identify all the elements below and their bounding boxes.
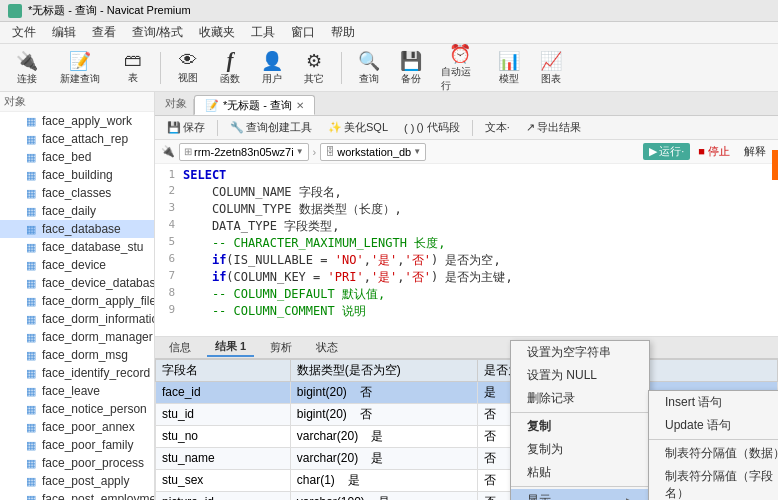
ctx-sep-2 — [511, 486, 649, 487]
menu-edit[interactable]: 编辑 — [44, 22, 84, 43]
new-query-icon: 📝 — [68, 50, 92, 72]
sub-insert-stmt[interactable]: Insert 语句 — [649, 391, 778, 414]
code-line-3: 3 COLUMN_TYPE 数据类型（长度）, — [155, 201, 778, 218]
new-query-button[interactable]: 📝 新建查询 — [50, 48, 110, 88]
save-button[interactable]: 💾 保存 — [161, 119, 211, 136]
sidebar-item-face-apply-work[interactable]: ▦ face_apply_work — [0, 112, 154, 130]
menu-query[interactable]: 查询/格式 — [124, 22, 191, 43]
function-button[interactable]: f 函数 — [211, 48, 249, 88]
result-tab-info[interactable]: 信息 — [161, 339, 199, 356]
view-icon: 👁 — [176, 50, 200, 71]
ctx-copy-as[interactable]: 复制为 — [511, 438, 649, 461]
query-tab[interactable]: 📝 *无标题 - 查询 ✕ — [194, 95, 315, 115]
connect-button[interactable]: 🔌 连接 — [8, 48, 46, 88]
view-button[interactable]: 👁 视图 — [169, 48, 207, 88]
database-name: workstation_db — [337, 146, 411, 158]
code-line-1: 1 SELECT — [155, 168, 778, 184]
backup-button[interactable]: 💾 备份 — [392, 48, 430, 88]
sidebar-item-face-device[interactable]: ▦ face_device — [0, 256, 154, 274]
ctx-delete-record[interactable]: 删除记录 — [511, 387, 649, 410]
cell-field: stu_no — [156, 425, 291, 447]
sidebar-item-face-attach-rep[interactable]: ▦ face_attach_rep — [0, 130, 154, 148]
result-tab-status[interactable]: 状态 — [308, 339, 346, 356]
table-button[interactable]: 🗃 表 — [114, 48, 152, 88]
autorun-button[interactable]: ⏰ 自动运行 — [434, 48, 486, 88]
sidebar-item-face-dorm-information[interactable]: ▦ face_dorm_information — [0, 310, 154, 328]
sidebar-item-face-building[interactable]: ▦ face_building — [0, 166, 154, 184]
query-toolbar: 💾 保存 🔧 查询创建工具 ✨ 美化SQL ( ) () 代码段 文本· ↗ — [155, 116, 778, 140]
explain-button[interactable]: 解释 — [738, 143, 772, 160]
sidebar-item-face-daily[interactable]: ▦ face_daily — [0, 202, 154, 220]
beautify-button[interactable]: ✨ 美化SQL — [322, 119, 394, 136]
result-tabs-bar: 信息 结果 1 剪析 状态 — [155, 337, 778, 359]
table-small-icon: ▦ — [24, 402, 38, 416]
run-button[interactable]: ▶ 运行· — [643, 143, 690, 160]
sidebar-item-face-poor-process[interactable]: ▦ face_poor_process — [0, 454, 154, 472]
cell-field: stu_id — [156, 403, 291, 425]
sidebar-item-face-post-employment[interactable]: ▦ face_post_employment — [0, 490, 154, 500]
sub-menu: Insert 语句 Update 语句 制表符分隔值（数据） 制表符分隔值（字段… — [648, 390, 778, 500]
menu-file[interactable]: 文件 — [4, 22, 44, 43]
cell-type: bigint(20) 否 — [290, 381, 477, 403]
sidebar-item-face-dorm-manager[interactable]: ▦ face_dorm_manager — [0, 328, 154, 346]
ctx-paste[interactable]: 粘贴 — [511, 461, 649, 484]
sidebar-item-face-database[interactable]: ▦ face_database — [0, 220, 154, 238]
sub-tab-data[interactable]: 制表符分隔值（数据） — [649, 442, 778, 465]
result-tab-cut[interactable]: 剪析 — [262, 339, 300, 356]
sidebar-item-face-classes[interactable]: ▦ face_classes — [0, 184, 154, 202]
menu-help[interactable]: 帮助 — [323, 22, 363, 43]
conn-icon: 🔌 — [161, 145, 175, 158]
other-button[interactable]: ⚙ 其它 — [295, 48, 333, 88]
ctx-set-empty-string[interactable]: 设置为空字符串 — [511, 341, 649, 364]
export-button[interactable]: ↗ 导出结果 — [520, 119, 587, 136]
sub-update-stmt[interactable]: Update 语句 — [649, 414, 778, 437]
stop-button[interactable]: ■ 停止 — [694, 143, 734, 160]
sidebar-item-face-post-apply[interactable]: ▦ face_post_apply — [0, 472, 154, 490]
query-builder-button[interactable]: 🔧 查询创建工具 — [224, 119, 318, 136]
cell-field: picture_id — [156, 491, 291, 500]
menu-view[interactable]: 查看 — [84, 22, 124, 43]
sidebar-item-face-poor-family[interactable]: ▦ face_poor_family — [0, 436, 154, 454]
cell-type: varchar(20) 是 — [290, 447, 477, 469]
sidebar-item-face-dorm-apply-file[interactable]: ▦ face_dorm_apply_file — [0, 292, 154, 310]
qtoolbar-sep1 — [217, 120, 218, 136]
table-small-icon: ▦ — [24, 294, 38, 308]
menu-favorites[interactable]: 收藏夹 — [191, 22, 243, 43]
toolbar-sep-2 — [341, 52, 342, 84]
sidebar-item-face-notice-person[interactable]: ▦ face_notice_person — [0, 400, 154, 418]
ctx-copy[interactable]: 复制 — [511, 415, 649, 438]
user-button[interactable]: 👤 用户 — [253, 48, 291, 88]
menu-bar: 文件 编辑 查看 查询/格式 收藏夹 工具 窗口 帮助 — [0, 22, 778, 44]
result-tab-result1[interactable]: 结果 1 — [207, 338, 254, 357]
connect-icon: 🔌 — [15, 50, 39, 72]
sidebar-item-face-identify-record[interactable]: ▦ face_identify_record — [0, 364, 154, 382]
ctx-set-null[interactable]: 设置为 NULL — [511, 364, 649, 387]
menu-window[interactable]: 窗口 — [283, 22, 323, 43]
menu-tools[interactable]: 工具 — [243, 22, 283, 43]
text-button[interactable]: 文本· — [479, 119, 516, 136]
model-button[interactable]: 📊 模型 — [490, 48, 528, 88]
code-editor[interactable]: 1 SELECT 2 COLUMN_NAME 字段名, 3 COLUMN_TYP… — [155, 164, 778, 337]
query-icon: 🔍 — [357, 50, 381, 72]
sidebar-item-face-poor-annex[interactable]: ▦ face_poor_annex — [0, 418, 154, 436]
table-small-icon: ▦ — [24, 492, 38, 500]
table-small-icon: ▦ — [24, 474, 38, 488]
sidebar-item-face-bed[interactable]: ▦ face_bed — [0, 148, 154, 166]
context-menu: 设置为空字符串 设置为 NULL 删除记录 复制 复制为 粘贴 显示 ▶ — [510, 340, 650, 500]
table-small-icon: ▦ — [24, 240, 38, 254]
tab-close-button[interactable]: ✕ — [296, 100, 304, 111]
chart-button[interactable]: 📈 图表 — [532, 48, 570, 88]
model-icon: 📊 — [497, 50, 521, 72]
database-dropdown[interactable]: 🗄 workstation_db ▼ — [320, 143, 426, 161]
sub-tab-fields[interactable]: 制表符分隔值（字段名） — [649, 465, 778, 500]
sidebar-item-face-dorm-msg[interactable]: ▦ face_dorm_msg — [0, 346, 154, 364]
code-line-6: 6 if(IS_NULLABLE = 'NO','是','否') 是否为空, — [155, 252, 778, 269]
sidebar-item-face-leave[interactable]: ▦ face_leave — [0, 382, 154, 400]
connection-dropdown[interactable]: ⊞ rrm-2zetn83n05wz7i ▼ — [179, 143, 309, 161]
ctx-sep-1 — [511, 412, 649, 413]
query-button[interactable]: 🔍 查询 — [350, 48, 388, 88]
sidebar-item-face-database-stu[interactable]: ▦ face_database_stu — [0, 238, 154, 256]
sidebar-item-face-device-database[interactable]: ▦ face_device_database — [0, 274, 154, 292]
code-snippet-button[interactable]: ( ) () 代码段 — [398, 119, 466, 136]
ctx-show[interactable]: 显示 ▶ — [511, 489, 649, 500]
